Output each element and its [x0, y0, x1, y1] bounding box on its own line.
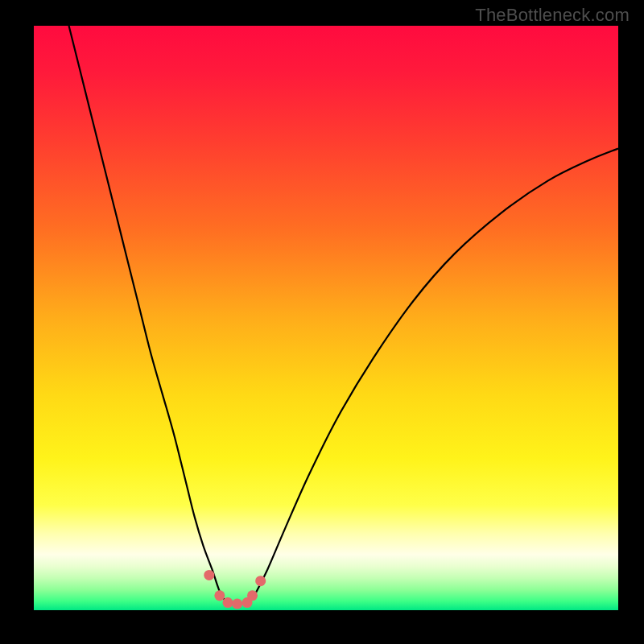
curve-layer	[34, 26, 618, 610]
marker-point	[255, 576, 266, 586]
marker-point	[232, 598, 242, 609]
plot-area	[34, 26, 618, 610]
marker-point	[222, 597, 233, 608]
watermark-text: TheBottleneck.com	[475, 5, 630, 26]
marker-point	[247, 590, 258, 601]
marker-point	[204, 570, 214, 580]
chart-frame: TheBottleneck.com	[0, 0, 644, 644]
marker-point	[214, 590, 225, 601]
series-bottleneck-curve-right	[250, 148, 618, 601]
series-bottleneck-curve-left	[69, 26, 227, 601]
